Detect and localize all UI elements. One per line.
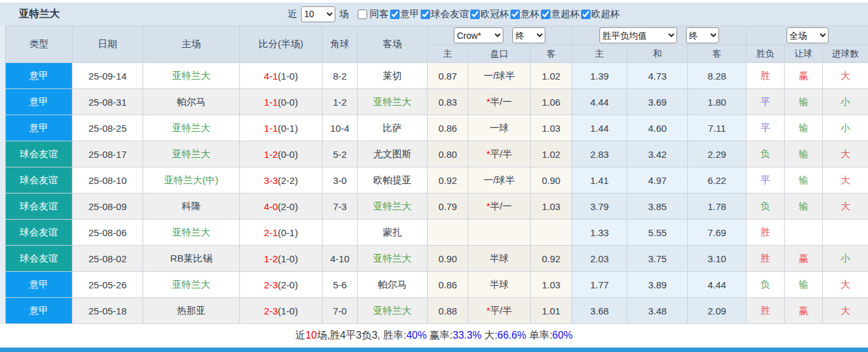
corners: 4-10 — [323, 246, 358, 272]
ah-away-odds: 1.01 — [531, 298, 572, 324]
bottom-scrollbar[interactable] — [0, 348, 868, 352]
halftime-score: (0-0) — [278, 97, 298, 108]
result-goals: 大 — [823, 194, 868, 220]
result-wdl: 平 — [746, 167, 785, 194]
competition-filter[interactable]: 欧超杯 — [580, 8, 620, 20]
competition-checkbox[interactable] — [510, 10, 520, 19]
fulltime-score: 2-3 — [264, 306, 278, 316]
summary-text: 近10场,胜4平3负3, 胜率:40% 赢率:33.3% 大:66.6% 单率:… — [295, 329, 573, 342]
match-date: 25-05-26 — [73, 272, 143, 298]
result-goals: 小 — [823, 115, 868, 141]
match-row: 意甲 25-05-26 亚特兰大 2-3(2-0) 5-6 帕尔马 0.86 半… — [6, 272, 868, 298]
match-score: 1-1(0-0) — [240, 89, 323, 115]
result-group-header: 全场 — [746, 26, 868, 45]
away-team: 莱切 — [358, 63, 428, 89]
avg-draw-odds: 3.75 — [627, 246, 688, 272]
result-handicap: 赢 — [785, 246, 823, 272]
match-score: 1-2(0-0) — [240, 141, 323, 167]
avg-time-select[interactable]: 终 — [686, 27, 719, 43]
home-team: 亚特兰大 — [143, 63, 240, 89]
match-type-badge: 意甲 — [6, 63, 73, 89]
halftime-score: (2-0) — [278, 279, 298, 290]
avg-home-odds: 1.44 — [572, 115, 627, 141]
col-home: 主场 — [143, 26, 240, 63]
ah-group-header: Crow* 终 — [428, 26, 572, 45]
avg-home-odds: 1.33 — [572, 220, 627, 246]
match-date: 25-08-31 — [73, 89, 143, 115]
competition-checkbox[interactable] — [390, 10, 400, 19]
competition-filter[interactable]: 意杯 — [509, 8, 540, 20]
match-score: 2-3(1-0) — [240, 298, 323, 324]
ah-away-odds: 1.06 — [531, 89, 572, 115]
col-result-handicap: 让球 — [785, 45, 823, 63]
fulltime-score: 2-1 — [264, 227, 278, 238]
ah-line: 一球 — [468, 115, 531, 141]
avg-away-odds: 7.11 — [688, 115, 746, 141]
ah-away-odds: 1.02 — [531, 63, 572, 89]
col-avg-home: 主 — [572, 45, 627, 63]
match-row: 意甲 25-08-31 帕尔马 1-1(0-0) 1-2 亚特兰大 0.83 *… — [6, 89, 868, 115]
avg-draw-odds: 3.48 — [627, 298, 688, 324]
competition-checkbox[interactable] — [581, 10, 591, 19]
corners: 7-3 — [323, 194, 358, 220]
match-score: 4-0(2-0) — [240, 194, 323, 220]
match-type-badge: 球会友谊 — [6, 220, 73, 246]
avg-type-select[interactable]: 胜平负均值 — [599, 27, 677, 43]
match-date: 25-08-10 — [73, 167, 143, 194]
competition-filter[interactable]: 意超杯 — [540, 8, 580, 20]
competition-filter[interactable]: 球会友谊 — [419, 8, 469, 20]
result-wdl: 平 — [746, 115, 785, 141]
home-team: 热那亚 — [143, 298, 240, 324]
match-score: 4-1(1-0) — [240, 63, 323, 89]
ah-away-odds: 1.03 — [531, 194, 572, 220]
summary-part: 40% — [406, 330, 426, 341]
result-handicap: 赢 — [785, 298, 823, 324]
away-team: 亚特兰大 — [358, 89, 428, 115]
match-row: 球会友谊 25-08-09 科隆 4-0(2-0) 7-3 亚特兰大 0.79 … — [6, 194, 868, 220]
summary-part: 赢率: — [426, 330, 452, 341]
summary-bar: 近10场,胜4平3负3, 胜率:40% 赢率:33.3% 大:66.6% 单率:… — [0, 324, 868, 348]
corners: 5-6 — [323, 272, 358, 298]
halftime-score: (1-0) — [278, 306, 298, 316]
avg-home-odds: 3.68 — [572, 298, 627, 324]
recent-count-select[interactable]: 10 — [301, 6, 335, 22]
same-venue-filter[interactable]: 同客 — [356, 8, 389, 20]
halftime-score: (0-1) — [278, 123, 298, 134]
avg-home-odds: 4.44 — [572, 89, 627, 115]
scope-select[interactable]: 全场 — [787, 27, 829, 43]
line-star: * — [486, 201, 490, 211]
bookmaker-select[interactable]: Crow* — [454, 27, 503, 43]
avg-draw-odds: 3.69 — [627, 89, 688, 115]
corners: 1-2 — [323, 89, 358, 115]
competition-filter[interactable]: 欧冠杯 — [469, 8, 509, 20]
same-venue-checkbox[interactable] — [358, 10, 367, 19]
result-handicap: 输 — [785, 272, 823, 298]
ah-home-odds: 0.88 — [428, 298, 468, 324]
match-score: 1-1(0-1) — [240, 115, 323, 141]
match-row: 球会友谊 25-08-10 亚特兰大(中) 3-3(2-2) 3-0 欧帕提亚 … — [6, 167, 868, 194]
col-avg-away: 客 — [688, 45, 746, 63]
home-team: RB莱比锡 — [143, 246, 240, 272]
avg-group-header: 胜平负均值 终 — [572, 26, 746, 45]
filter-controls: 近 10 场 同客 意甲球会友谊欧冠杯意杯意超杯欧超杯 — [288, 3, 620, 25]
col-avg-draw: 和 — [627, 45, 688, 63]
line-star: * — [486, 305, 490, 316]
corners — [323, 220, 358, 246]
corners: 8-2 — [323, 63, 358, 89]
competition-label: 欧超杯 — [591, 8, 620, 20]
ah-line: 一/球半 — [468, 63, 531, 89]
match-score: 1-2(1-0) — [240, 246, 323, 272]
same-venue-label: 同客 — [370, 8, 389, 20]
competition-checkbox[interactable] — [421, 10, 430, 19]
match-type-badge: 球会友谊 — [6, 194, 73, 220]
halftime-score: (2-0) — [278, 201, 298, 212]
avg-draw-odds: 4.73 — [627, 63, 688, 89]
ah-time-select[interactable]: 终 — [512, 27, 545, 43]
competition-checkbox[interactable] — [470, 10, 480, 19]
competition-filter[interactable]: 意甲 — [389, 8, 419, 20]
away-team: 亚特兰大 — [358, 298, 428, 324]
ah-home-odds: 0.87 — [428, 63, 468, 89]
avg-home-odds: 1.41 — [572, 167, 627, 194]
match-row: 意甲 25-09-14 亚特兰大 4-1(1-0) 8-2 莱切 0.87 一/… — [6, 63, 868, 89]
competition-checkbox[interactable] — [541, 10, 550, 19]
